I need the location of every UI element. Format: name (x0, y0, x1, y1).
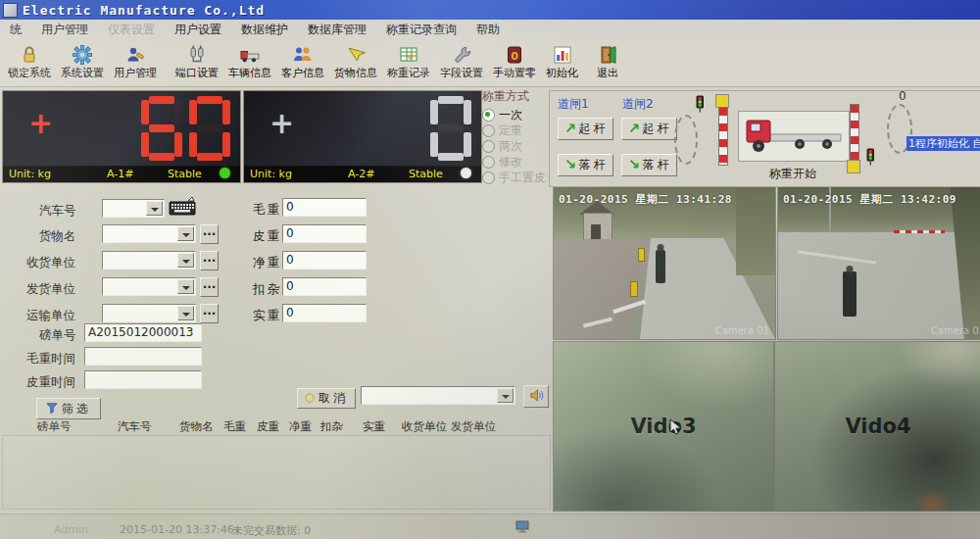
traffic-light-icon (863, 148, 877, 169)
col-gross[interactable]: 毛重 (223, 419, 246, 434)
scale-id-label: A-2# (348, 168, 374, 180)
radio-icon (482, 156, 495, 169)
col-tare[interactable]: 皮重 (257, 419, 279, 434)
vehicle-no-combobox[interactable] (102, 199, 165, 218)
exit-door-icon (598, 45, 617, 65)
status-log-entry: 1程序初始化 自 (906, 136, 980, 151)
col-actual[interactable]: 实重 (363, 419, 385, 434)
filter-button[interactable]: 筛选 (36, 398, 101, 419)
goods-name-combobox[interactable] (102, 224, 196, 243)
actual-weight-label: 实重 (253, 308, 281, 324)
actual-weight-field[interactable]: 0 (282, 304, 367, 322)
announce-combobox[interactable] (361, 386, 515, 405)
chevron-down-icon[interactable] (177, 226, 194, 241)
vehicle-no-label: 汽车号 (39, 203, 76, 220)
col-ticket-no[interactable]: 磅单号 (37, 419, 72, 434)
barrier-fence (894, 230, 945, 233)
tare-time-field[interactable] (84, 370, 202, 389)
tare-time-label: 皮重时间 (26, 374, 75, 391)
truck-icon (240, 45, 260, 65)
receiver-combobox[interactable] (102, 251, 196, 270)
chevron-down-icon[interactable] (146, 201, 163, 216)
col-sender[interactable]: 发货单位 (451, 419, 496, 434)
pedestrian (656, 250, 665, 283)
gate1-raise-button[interactable]: 起杆 (558, 118, 613, 140)
menu-item-user-management[interactable]: 用户管理 (31, 20, 98, 39)
tare-weight-field[interactable]: 0 (282, 224, 367, 243)
video4-label: Vido4 (845, 415, 910, 438)
menu-item-system[interactable]: 统 (0, 20, 31, 39)
sender-combobox[interactable] (102, 277, 196, 296)
gate2-raise-button[interactable]: 起杆 (621, 118, 677, 140)
field-settings-button[interactable]: 字段设置 (435, 40, 488, 85)
speaker-icon (529, 388, 544, 406)
menu-item-help[interactable]: 帮助 (466, 20, 510, 39)
radio-icon (482, 109, 495, 122)
user-management-button[interactable]: 用户管理 (109, 40, 162, 85)
gate2-lower-button[interactable]: 落杆 (621, 154, 677, 176)
net-weight-label: 净重 (253, 255, 281, 271)
zero-display-icon: 0 (505, 45, 524, 65)
exit-button[interactable]: 退出 (592, 40, 623, 85)
menu-item-record-query[interactable]: 称重记录查询 (376, 20, 466, 39)
chevron-down-icon[interactable] (177, 306, 194, 320)
customer-info-button[interactable]: 客户信息 (276, 40, 329, 85)
vehicle-info-button[interactable]: 车辆信息 (223, 40, 276, 85)
ticket-no-field[interactable]: A2015012000013 (84, 323, 202, 342)
sender-browse-button[interactable]: ... (200, 277, 219, 297)
col-receiver[interactable]: 收货单位 (402, 419, 447, 434)
menu-item-data-maintenance[interactable]: 数据维护 (231, 20, 298, 39)
gate1-label: 道闸1 (558, 96, 589, 113)
col-deduction[interactable]: 扣杂 (320, 419, 343, 434)
port-settings-button[interactable]: 端口设置 (171, 40, 223, 85)
goods-browse-button[interactable]: ... (200, 224, 219, 244)
transport-browse-button[interactable]: ... (200, 304, 219, 323)
toolbar-separator (583, 43, 592, 82)
system-settings-button[interactable]: 系统设置 (56, 40, 109, 85)
weight-display-a1: + Unit: kg A-1# Stable (2, 90, 241, 183)
chevron-down-icon[interactable] (177, 253, 194, 268)
gross-time-field[interactable] (84, 347, 202, 366)
video3-label: Vido3 (630, 415, 696, 438)
goods-name-label: 货物名 (39, 228, 76, 245)
weigh-records-button[interactable]: 称重记录 (382, 40, 435, 85)
manual-zero-button[interactable]: 0 手动置零 (488, 40, 541, 85)
deduction-field[interactable]: 0 (282, 277, 367, 296)
unit-label: Unit: kg (250, 168, 292, 180)
reflection-blob (626, 341, 774, 420)
stable-lamp (461, 168, 471, 178)
receiver-browse-button[interactable]: ... (200, 251, 219, 270)
pending-transactions: 未完交易数据: 0 (232, 523, 311, 538)
transport-combobox[interactable] (102, 304, 196, 322)
lock-system-button[interactable]: 锁定系统 (3, 40, 56, 85)
stable-lamp (220, 168, 230, 178)
camera2-timestamp: 01-20-2015 星期二 13:42:09 (783, 192, 956, 207)
right-trees (736, 187, 775, 275)
menu-item-database-management[interactable]: 数据库管理 (298, 20, 376, 39)
col-vehicle-no[interactable]: 汽车号 (118, 419, 152, 434)
radio-icon (482, 140, 495, 153)
menu-item-user-settings[interactable]: 用户设置 (165, 20, 231, 39)
gate2-label: 道闸2 (622, 96, 654, 113)
net-weight-field[interactable]: 0 (282, 251, 367, 270)
initialize-button[interactable]: 初始化 (541, 40, 583, 85)
chevron-down-icon[interactable] (497, 388, 514, 403)
col-net[interactable]: 净重 (289, 419, 312, 434)
chart-icon (553, 45, 572, 65)
video4-panel: Vido4 (774, 341, 980, 512)
goods-info-button[interactable]: 货物信息 (329, 40, 382, 85)
gross-weight-field[interactable]: 0 (282, 198, 367, 217)
sign-plus: + (28, 109, 53, 138)
ticket-no-label: 磅单号 (39, 327, 76, 344)
col-goods-name[interactable]: 货物名 (179, 419, 214, 434)
soft-keyboard-button[interactable] (169, 195, 196, 220)
voice-announce-button[interactable] (523, 385, 549, 408)
menu-bar: 统 用户管理 仪表设置 用户设置 数据维护 数据库管理 称重记录查询 帮助 (0, 20, 980, 40)
records-list-area[interactable] (2, 435, 551, 510)
gross-time-label: 毛重时间 (26, 351, 75, 368)
cancel-button[interactable]: 取消 (297, 388, 356, 409)
chevron-down-icon[interactable] (177, 279, 194, 294)
tare-weight-label: 皮重 (253, 228, 281, 245)
gate1-lower-button[interactable]: 落杆 (558, 154, 613, 176)
table-icon (399, 45, 418, 65)
